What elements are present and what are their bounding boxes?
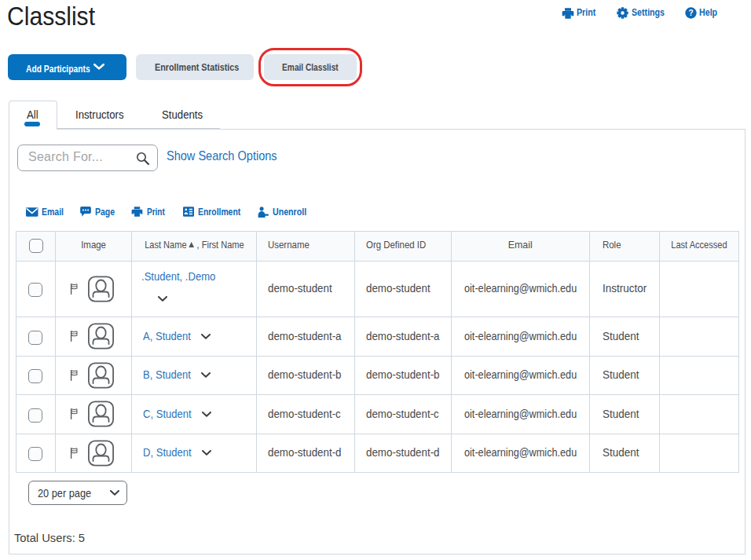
svg-text:?: ? bbox=[688, 9, 693, 17]
